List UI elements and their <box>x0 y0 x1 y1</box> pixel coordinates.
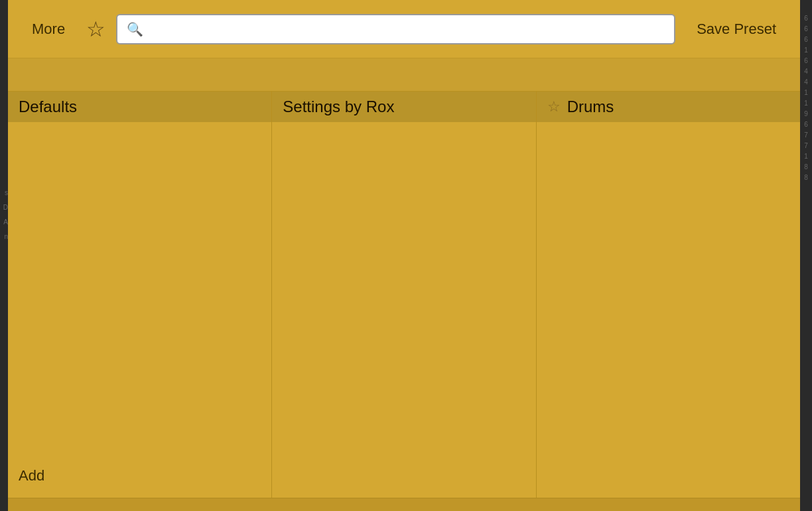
column-drums-header: ☆ Drums <box>537 92 800 122</box>
column-defaults-header: Defaults <box>8 92 271 122</box>
column-defaults-body: Add <box>8 122 271 498</box>
column-settings-by-rox-header: Settings by Rox <box>272 92 535 122</box>
add-button[interactable]: Add <box>19 467 44 484</box>
favorites-star-button[interactable]: ☆ <box>86 19 105 40</box>
search-icon: 🔍 <box>127 21 143 37</box>
drums-star-button[interactable]: ☆ <box>547 98 561 115</box>
column-defaults-title: Defaults <box>19 98 77 116</box>
left-edge: s D A n <box>0 0 8 511</box>
columns-container: Defaults Add Settings by Rox ☆ Drums <box>8 92 800 498</box>
left-char-4: n <box>4 230 8 244</box>
left-char-1: s <box>5 186 8 200</box>
search-box: 🔍 <box>116 14 675 44</box>
column-drums: ☆ Drums <box>537 92 800 498</box>
column-settings-by-rox-title: Settings by Rox <box>283 98 394 116</box>
column-drums-body <box>537 122 800 498</box>
column-settings-by-rox-body <box>272 122 535 498</box>
toolbar: More ☆ 🔍 Save Preset <box>8 0 800 58</box>
main-panel: More ☆ 🔍 Save Preset Defaults Add Settin… <box>8 0 800 511</box>
column-defaults: Defaults Add <box>8 92 272 498</box>
column-drums-title: Drums <box>567 98 614 116</box>
left-char-3: A <box>3 215 8 230</box>
right-numbers: 6 6 6 1 6 4 4 1 1 9 6 7 7 1 8 8 <box>800 0 812 511</box>
search-input[interactable] <box>150 22 665 36</box>
more-button[interactable]: More <box>21 15 76 43</box>
left-char-2: D <box>3 200 8 215</box>
save-preset-button[interactable]: Save Preset <box>686 15 787 43</box>
bottom-scrollbar[interactable] <box>8 498 800 511</box>
column-settings-by-rox: Settings by Rox <box>272 92 536 498</box>
filter-bar <box>8 58 800 92</box>
